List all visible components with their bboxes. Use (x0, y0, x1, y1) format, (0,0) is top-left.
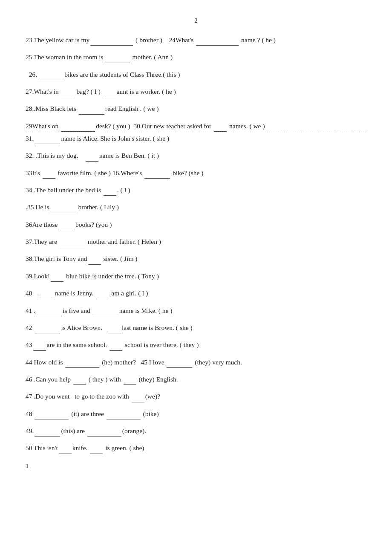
blank-29-1 (61, 131, 95, 132)
line-50-text1: 50 This isn't (26, 444, 58, 451)
line-46: 46 .Can you help ( they ) with (they) En… (26, 374, 366, 385)
blank-46-2 (124, 384, 136, 385)
line-41-text3: name is Mike. ( he ) (119, 307, 173, 314)
line-48: 48 (it) are three (bike) (26, 408, 366, 419)
line-25: 25.The woman in the room is mother. ( An… (26, 52, 366, 63)
line-27-text3: aunt is a worker. ( he ) (117, 88, 176, 95)
line-33-text1: 33It's (26, 169, 42, 176)
line-27-text2: bag? ( I ) (75, 88, 102, 95)
blank-23-1 (90, 45, 133, 46)
line-47-text1: 47 .Do you went to go to the zoo with (26, 393, 131, 400)
line-32-text1: 32. .This is my dog. (26, 152, 85, 159)
line-23-text4: name ? ( he ) (239, 36, 276, 43)
line-34-text1: 34 .The ball under the bed is (26, 186, 103, 194)
blank-26-1 (38, 80, 63, 80)
line-31-text1: 31. (26, 135, 34, 142)
blank-50-2 (90, 454, 103, 454)
line-25-text1: 25.The woman in the room is (26, 53, 104, 61)
line-26-text2: bikes are the students of Class Three.( … (64, 71, 180, 78)
line-43-text2: are in the same school. (47, 341, 109, 348)
blank-48-2 (107, 419, 141, 419)
line-41: 41 .is five and name is Mike. ( he ) (26, 305, 366, 316)
line-43-text3: school is over there. ( they ) (123, 341, 199, 348)
line-36: 36Are those books? (you ) (26, 219, 366, 230)
blank-39-1 (51, 281, 63, 282)
line-42-text1: 42 (26, 324, 34, 331)
line-28: 28..Miss Black lets read English . ( we … (26, 103, 366, 114)
blank-31-1 (35, 144, 60, 144)
line-31-text2: name is Alice. She is John's sister. ( s… (61, 135, 169, 142)
blank-41-2 (93, 316, 118, 316)
page-number-bottom: 1 (26, 462, 366, 470)
blank-42-2 (108, 333, 121, 333)
line-47-text2: (we)? (145, 393, 160, 400)
line-50-text3: is green. ( she) (104, 444, 144, 451)
line-37-text2: mother and father. ( Helen ) (86, 238, 161, 245)
line-35-text1: .35 He is (26, 203, 49, 211)
line-34: 34 .The ball under the bed is . ( I ) (26, 185, 366, 196)
line-31: 31.name is Alice. She is John's sister. … (26, 133, 366, 144)
blank-27-2 (103, 97, 116, 97)
line-42: 42 is Alice Brown. last name is Brown. (… (26, 322, 366, 333)
line-39-text1: 39.Look! (26, 272, 50, 280)
line-44-text4: (they) very much. (193, 358, 242, 366)
line-46-text1: 46 .Can you help (26, 376, 72, 383)
line-49-text3: (orange). (122, 427, 146, 434)
blank-50-1 (59, 454, 72, 454)
line-37-text1: 37.They are (26, 238, 59, 245)
blank-49-2 (87, 436, 121, 436)
line-26: 26.bikes are the students of Class Three… (26, 69, 366, 80)
line-35: .35 He is brother. ( Lily ) (26, 202, 366, 213)
blank-27-1 (61, 97, 74, 97)
line-46-text2: ( they ) with (87, 376, 123, 383)
line-40-text3: am a girl. ( I ) (110, 289, 148, 297)
line-39-text2: blue bike is under the tree. ( Tony ) (64, 272, 159, 280)
line-33: 33It's favorite film. ( she ) 16.Where's… (26, 168, 366, 179)
line-48-text2: (it) are three (69, 410, 105, 417)
blank-28-1 (79, 114, 104, 115)
blank-33-1 (43, 178, 55, 179)
blank-36-1 (60, 230, 73, 230)
line-37: 37.They are mother and father. ( Helen ) (26, 236, 366, 247)
blank-48-1 (35, 419, 69, 419)
line-36-text1: 36Are those (26, 221, 59, 228)
page-number-top: 2 (26, 17, 366, 24)
line-29-text1: 29What's on (26, 122, 60, 130)
line-32: 32. .This is my dog. name is Ben Ben. ( … (26, 150, 366, 161)
blank-42-1 (35, 333, 60, 333)
line-48-text3: (bike) (141, 410, 159, 417)
line-23-text1: 23.The yellow car is my (26, 36, 89, 43)
line-38-text1: 38.The girl is Tony and (26, 255, 87, 262)
exercise-container: 23.The yellow car is my ( brother ) 24Wh… (26, 35, 366, 454)
line-38: 38.The girl is Tony and sister. ( Jim ) (26, 253, 366, 264)
line-28-text1: 28..Miss Black lets (26, 105, 78, 112)
blank-24-1 (196, 45, 239, 46)
line-39: 39.Look! blue bike is under the tree. ( … (26, 271, 366, 282)
blank-49-1 (35, 436, 60, 436)
line-33-text2: favorite film. ( she ) 16.Where's (56, 169, 144, 176)
blank-43-2 (110, 350, 122, 351)
line-44: 44 How old is (he) mother? 45 I love (th… (26, 357, 366, 368)
line-41-text1: 41 . (26, 307, 35, 314)
line-50: 50 This isn'tknife. is green. ( she) (26, 442, 366, 454)
blank-33-2 (144, 178, 170, 179)
line-44-text1: 44 How old is (26, 358, 64, 366)
line-40: 40 . name is Jenny. am a girl. ( I ) (26, 288, 366, 299)
line-40-text1: 40 . (26, 289, 39, 297)
line-28-text2: read English . ( we ) (105, 105, 159, 112)
line-43: 43are in the same school. school is over… (26, 339, 366, 350)
line-25-text2: mother. ( Ann ) (131, 53, 173, 61)
line-44-text2: (he) mother? 45 I love (100, 358, 166, 366)
blank-41-1 (36, 316, 62, 316)
line-46-text3: (they) English. (137, 376, 178, 383)
line-42-text3: last name is Brown. ( she ) (122, 324, 193, 331)
line-35-text2: brother. ( Lily ) (77, 203, 119, 211)
line-36-text2: books? (you ) (74, 221, 112, 228)
line-23: 23.The yellow car is my ( brother ) 24Wh… (26, 35, 366, 46)
blank-43-1 (33, 350, 46, 351)
blank-45-1 (167, 367, 192, 368)
blank-34-1 (104, 195, 116, 196)
blank-32-1 (86, 161, 98, 162)
line-41-text2: is five and (63, 307, 92, 314)
blank-25-1 (104, 63, 130, 63)
